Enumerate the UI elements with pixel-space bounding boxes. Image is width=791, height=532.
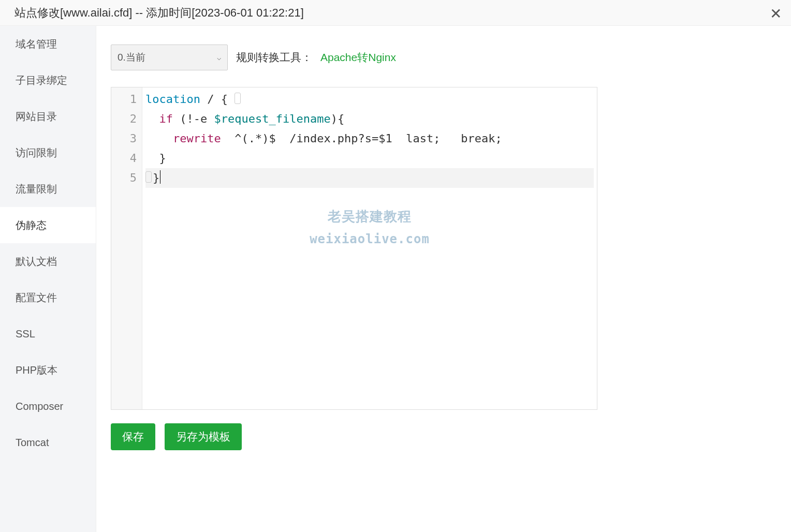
button-row: 保存 另存为模板 <box>111 423 777 450</box>
code-line: rewrite ^(.*)$ /index.php?s=$1 last; bre… <box>145 129 594 149</box>
code-line: if (!-e $request_filename){ <box>145 109 594 129</box>
code-area[interactable]: location / { if (!-e $request_filename){… <box>142 87 597 409</box>
sidebar-item-ssl[interactable]: SSL <box>0 316 96 352</box>
dialog-header: 站点修改[www.ailai.cfd] -- 添加时间[2023-06-01 0… <box>0 0 791 26</box>
sidebar-item-default-doc[interactable]: 默认文档 <box>0 243 96 279</box>
apache-to-nginx-link[interactable]: Apache转Nginx <box>320 50 396 65</box>
code-line: location / { <box>145 90 594 109</box>
code-line: } <box>145 149 594 168</box>
template-select-value: 0.当前 <box>118 51 145 64</box>
sidebar: 域名管理 子目录绑定 网站目录 访问限制 流量限制 伪静态 默认文档 配置文件 … <box>0 26 96 532</box>
chevron-down-icon: ⌵ <box>217 53 221 62</box>
sidebar-item-config[interactable]: 配置文件 <box>0 279 96 316</box>
sidebar-item-traffic[interactable]: 流量限制 <box>0 171 96 207</box>
sidebar-item-webroot[interactable]: 网站目录 <box>0 98 96 135</box>
dialog-title: 站点修改[www.ailai.cfd] -- 添加时间[2023-06-01 0… <box>14 5 304 21</box>
sidebar-item-domain[interactable]: 域名管理 <box>0 26 96 62</box>
sidebar-item-composer[interactable]: Composer <box>0 388 96 424</box>
fold-icon[interactable] <box>145 171 152 183</box>
convert-label: 规则转换工具： <box>236 50 312 65</box>
save-as-template-button[interactable]: 另存为模板 <box>165 423 242 450</box>
text-cursor <box>160 170 160 184</box>
template-select[interactable]: 0.当前 ⌵ <box>111 45 228 70</box>
sidebar-item-tomcat[interactable]: Tomcat <box>0 424 96 461</box>
code-editor[interactable]: 1 2 3 4 5 location / { if (!-e $request_… <box>111 87 597 410</box>
close-icon[interactable]: ✕ <box>770 5 782 22</box>
watermark: 老吴搭建教程 weixiaolive.com <box>310 206 430 249</box>
sidebar-item-subdir[interactable]: 子目录绑定 <box>0 62 96 98</box>
toolbar: 0.当前 ⌵ 规则转换工具： Apache转Nginx <box>111 45 777 70</box>
save-button[interactable]: 保存 <box>111 423 155 450</box>
line-gutter: 1 2 3 4 5 <box>111 87 142 409</box>
sidebar-item-access[interactable]: 访问限制 <box>0 135 96 171</box>
fold-icon[interactable] <box>235 93 241 104</box>
content-pane: 0.当前 ⌵ 规则转换工具： Apache转Nginx 1 2 3 4 5 lo… <box>96 26 791 532</box>
sidebar-item-rewrite[interactable]: 伪静态 <box>0 207 96 243</box>
sidebar-item-php[interactable]: PHP版本 <box>0 352 96 388</box>
dialog-body: 域名管理 子目录绑定 网站目录 访问限制 流量限制 伪静态 默认文档 配置文件 … <box>0 26 791 532</box>
code-line: } <box>145 168 594 188</box>
